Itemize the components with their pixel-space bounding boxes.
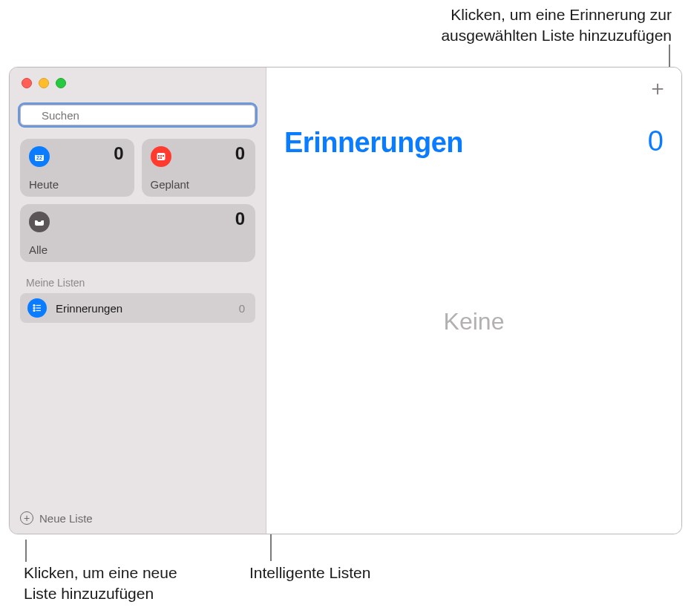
callout-leader-line (25, 540, 27, 562)
calendar-today-icon: 22 (29, 146, 50, 167)
smart-list-label: Alle (29, 243, 48, 256)
fullscreen-window-button[interactable] (56, 78, 66, 88)
callout-text: Liste hinzuzufügen (24, 585, 154, 602)
app-window: 22 0 Heute 0 Ge (9, 67, 682, 534)
plus-circle-icon: + (20, 511, 33, 525)
smart-list-count: 0 (235, 143, 245, 164)
close-window-button[interactable] (22, 78, 32, 88)
smart-list-today[interactable]: 22 0 Heute (20, 139, 134, 197)
svg-point-13 (33, 307, 35, 309)
sidebar: 22 0 Heute 0 Ge (10, 68, 266, 534)
add-reminder-button[interactable]: ＋ (647, 78, 668, 99)
list-name: Erinnerungen (56, 302, 230, 315)
smart-list-all[interactable]: 0 Alle (20, 204, 255, 262)
callout-text: ausgewählten Liste hinzuzufügen (441, 25, 672, 46)
empty-state-text: Keine (266, 308, 681, 335)
window-controls (10, 68, 266, 88)
search-input[interactable] (20, 105, 255, 125)
main-panel: ＋ Erinnerungen 0 Keine (266, 68, 681, 534)
list-count: 0 (239, 302, 245, 315)
callout-add-reminder: Klicken, um eine Erinnerung zur ausgewäh… (441, 4, 672, 47)
smart-list-label: Geplant (151, 178, 190, 191)
inbox-icon (29, 212, 50, 232)
svg-rect-8 (163, 155, 164, 157)
svg-text:22: 22 (36, 155, 42, 160)
callout-text: Klicken, um eine Erinnerung zur (441, 4, 672, 25)
svg-rect-7 (160, 155, 162, 157)
smart-list-count: 0 (114, 143, 123, 164)
sidebar-list-erinnerungen[interactable]: Erinnerungen 0 (20, 293, 255, 323)
callout-new-list: Klicken, um eine neue Liste hinzuzufügen (24, 563, 177, 605)
add-list-button[interactable]: + Neue Liste (10, 504, 266, 534)
calendar-icon (151, 146, 171, 167)
callout-text: Klicken, um eine neue (24, 564, 177, 581)
minimize-window-button[interactable] (39, 78, 49, 88)
smart-list-label: Heute (29, 178, 59, 191)
callout-smart-lists: Intelligente Listen (249, 563, 370, 583)
add-list-label: Neue Liste (39, 512, 93, 525)
list-total-count: 0 (648, 125, 664, 157)
list-bullet-icon (27, 298, 47, 318)
svg-point-15 (33, 310, 35, 312)
smart-lists-grid: 22 0 Heute 0 Ge (10, 125, 266, 262)
plus-icon: ＋ (647, 76, 668, 99)
svg-rect-6 (158, 155, 160, 157)
search-field-container (20, 105, 255, 125)
svg-rect-9 (158, 157, 160, 159)
svg-rect-10 (160, 157, 162, 159)
list-title: Erinnerungen (284, 127, 463, 159)
svg-point-11 (33, 305, 35, 307)
sidebar-section-header: Meine Listen (10, 262, 266, 293)
smart-list-scheduled[interactable]: 0 Geplant (142, 139, 256, 197)
smart-list-count: 0 (235, 209, 245, 229)
